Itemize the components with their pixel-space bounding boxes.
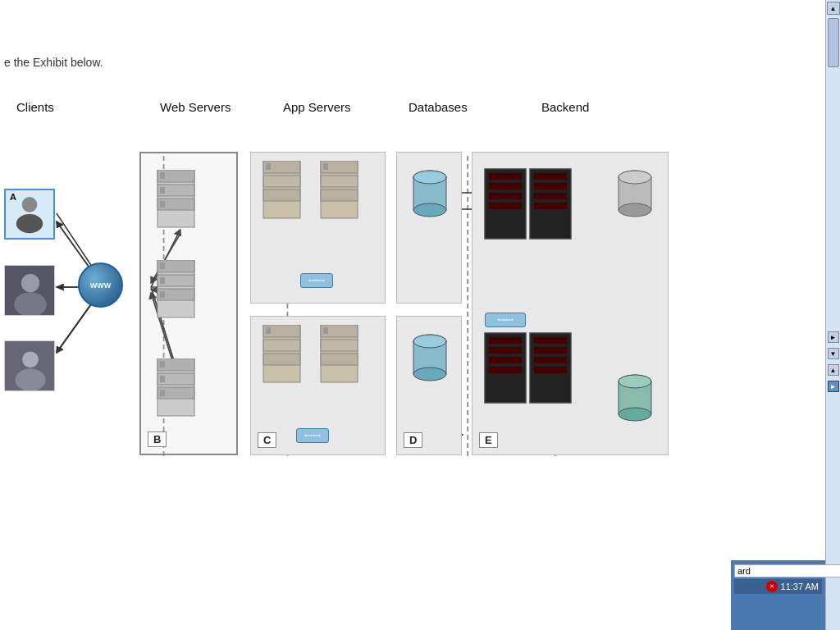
globe-icon: WWW <box>78 262 123 308</box>
diagram-area: A <box>0 144 809 496</box>
app-server-1 <box>259 161 304 230</box>
svg-rect-94 <box>534 183 567 189</box>
svg-rect-95 <box>534 193 567 199</box>
scroll-down-arrow2[interactable]: ▼ <box>828 348 839 359</box>
scroll-right-arrow[interactable]: ► <box>828 331 839 343</box>
scroll-up-arrow2[interactable]: ▲ <box>828 364 839 376</box>
svg-rect-68 <box>323 163 328 170</box>
main-content: e the Exhibit below. Clients Web Servers… <box>0 0 825 630</box>
svg-rect-43 <box>160 187 165 194</box>
app-servers-box-bottom: ⟺⟺ C <box>250 316 386 455</box>
exhibit-instruction: e the Exhibit below. <box>4 56 103 69</box>
svg-rect-61 <box>263 176 300 187</box>
svg-point-36 <box>22 351 39 368</box>
svg-point-86 <box>413 335 446 348</box>
svg-rect-57 <box>160 376 165 382</box>
web-server-2 <box>153 260 199 329</box>
svg-rect-108 <box>534 347 567 354</box>
svg-rect-72 <box>263 354 300 365</box>
svg-rect-50 <box>160 277 165 284</box>
db-cylinder-top <box>409 169 450 230</box>
svg-rect-102 <box>489 337 522 344</box>
taskbar-search-input[interactable] <box>734 564 840 578</box>
svg-point-37 <box>15 368 45 390</box>
svg-rect-103 <box>489 347 522 354</box>
scroll-thumb[interactable] <box>828 18 839 67</box>
section-d-label: D <box>404 432 422 448</box>
client-person-1-icon <box>6 190 53 238</box>
backend-box: ⟺⟺ <box>472 152 669 455</box>
svg-rect-63 <box>266 163 271 170</box>
svg-rect-76 <box>321 340 358 351</box>
backend-header: Backend <box>541 100 589 114</box>
backend-server-2-icon <box>481 329 579 411</box>
svg-point-85 <box>413 368 446 381</box>
client-box-2 <box>4 265 55 316</box>
web-server-3 <box>153 358 199 427</box>
svg-rect-93 <box>534 173 567 180</box>
backend-db-top <box>614 169 655 230</box>
right-scrollbar: ▲ ► ▼ ▲ ► <box>825 0 840 630</box>
svg-rect-78 <box>323 327 328 334</box>
databases-box-top <box>396 152 462 304</box>
svg-rect-42 <box>160 172 165 179</box>
web-server-3-icon <box>153 358 199 424</box>
web-server-1-icon <box>153 170 199 235</box>
svg-point-29 <box>22 197 38 212</box>
web-server-2-icon <box>153 260 199 326</box>
app-server-4 <box>317 325 362 394</box>
svg-rect-107 <box>534 337 567 344</box>
globe-text: WWW <box>90 281 111 290</box>
app-lb-top: ⟺⟺ <box>300 273 333 288</box>
svg-rect-96 <box>534 203 567 209</box>
network-diagram: Clients Web Servers App Servers Database… <box>0 107 809 509</box>
clients-header: Clients <box>16 100 54 114</box>
backend-server-1-icon <box>481 165 579 247</box>
backend-lb: ⟺⟺ <box>485 313 526 327</box>
svg-point-81 <box>413 203 446 217</box>
db-cylinder-bottom <box>409 333 450 394</box>
svg-rect-58 <box>160 390 165 396</box>
app-servers-header: App Servers <box>283 100 351 114</box>
load-balancer-1-icon: ⟺⟺ <box>300 273 333 288</box>
section-e-label: E <box>479 432 498 448</box>
client-person-3-icon <box>5 341 55 391</box>
svg-rect-109 <box>534 357 567 363</box>
app-server-4-icon <box>317 325 362 390</box>
taskbar-time: 11:37 AM <box>781 582 819 591</box>
app-servers-box-top: ⟺⟺ <box>250 152 386 304</box>
load-balancer-2-icon: ⟺⟺ <box>296 428 329 443</box>
svg-rect-91 <box>489 203 522 209</box>
svg-rect-104 <box>489 357 522 363</box>
backend-db-bottom <box>614 373 655 434</box>
svg-rect-88 <box>489 173 522 180</box>
svg-point-33 <box>21 274 39 292</box>
taskbar-security-icon: ✕ <box>766 581 778 592</box>
svg-rect-62 <box>263 189 300 201</box>
svg-point-99 <box>619 203 651 217</box>
section-c-label: C <box>258 432 276 448</box>
app-lb-bottom: ⟺⟺ <box>296 428 329 443</box>
svg-point-82 <box>413 171 446 184</box>
scroll-nav-arrow[interactable]: ► <box>828 381 839 392</box>
databases-header: Databases <box>409 100 468 114</box>
svg-point-100 <box>619 171 651 184</box>
taskbar-time-row: ✕ 11:37 AM <box>734 579 822 594</box>
taskbar-search-row: ✕ → <box>734 564 822 578</box>
svg-rect-44 <box>160 201 165 208</box>
app-server-2-icon <box>317 161 362 226</box>
databases-box-bottom: D <box>396 316 462 455</box>
backend-server-cluster-2 <box>481 329 579 414</box>
globe-www: WWW <box>78 262 127 312</box>
client-box-a: A <box>4 189 55 240</box>
svg-rect-66 <box>321 176 358 187</box>
svg-rect-56 <box>160 361 165 368</box>
svg-rect-110 <box>534 367 567 373</box>
scroll-up-arrow[interactable]: ▲ <box>827 2 840 15</box>
svg-rect-49 <box>160 262 165 269</box>
app-server-3 <box>259 325 304 394</box>
svg-point-114 <box>619 375 651 388</box>
app-server-2 <box>317 161 362 230</box>
database-2-icon <box>409 333 450 390</box>
database-1-icon <box>409 169 450 226</box>
